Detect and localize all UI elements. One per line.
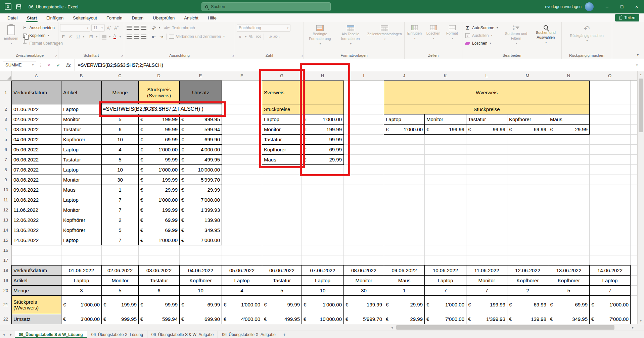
cell-M21[interactable]: €69.99 [507,295,548,314]
column-header-M[interactable]: M [507,71,548,81]
cell-D10[interactable]: €29.99 [138,185,180,195]
cell-J19[interactable]: Maus [384,275,425,286]
cell-E10[interactable]: €29.99 [179,185,222,195]
cell-B9[interactable]: Monitor [61,175,102,185]
cell-A4[interactable]: 03.06.2022 [11,124,61,135]
ribbon-tab-daten[interactable]: Daten [127,13,148,22]
cell-C6[interactable]: 4 [101,144,139,155]
row-header-21[interactable]: 21 [0,295,12,314]
increase-decimal-button[interactable]: ←.0 [266,33,272,40]
save-icon[interactable] [16,4,21,9]
minimize-button[interactable]: – [600,0,614,13]
dialog-launcher-font[interactable]: ◿ [121,54,123,57]
sheet-tab-1[interactable]: 06_Übungstabelle S & W_Lösung [15,331,87,338]
cell-I18[interactable]: 08.06.2022 [343,265,384,276]
cell-B8[interactable]: Laptop [61,164,102,175]
cell-B7[interactable]: Tastatur [61,154,102,165]
cell-A10[interactable]: 09.06.2022 [11,185,61,195]
font-size-select[interactable]: 11▾ [91,24,105,32]
cell-B14[interactable]: Kopfhörer [61,225,102,235]
number-format-select[interactable]: Buchhaltung▾ [237,24,290,32]
cell-A11[interactable]: 10.06.2022 [11,195,61,205]
column-header-J[interactable]: J [384,71,425,81]
row-header-6[interactable]: 6 [0,144,12,155]
percent-format-button[interactable]: % [247,33,254,40]
cancel-entry-button[interactable]: × [45,62,52,68]
accounting-format-button[interactable]: ¤ [237,33,243,40]
cell-H6[interactable]: €69.99 [302,144,344,155]
row-header-17[interactable]: 17 [0,255,12,265]
cell-G22[interactable]: €499.95 [262,314,302,324]
cell-D12[interactable]: €199.99 [138,205,180,215]
cell-N20[interactable]: 5 [548,285,590,296]
cell-H2[interactable] [302,104,344,114]
grow-font-button[interactable]: Aˆ [106,25,112,31]
cell-I19[interactable]: Monitor [343,275,384,286]
decrease-indent-button[interactable]: ⇤ [151,33,157,40]
cell-C8[interactable]: 10 [101,164,139,175]
align-top-button[interactable] [126,25,132,31]
ribbon-tab-datei[interactable]: Datei [3,13,22,22]
cell-B2[interactable]: Laptop [61,104,102,114]
cell-C20[interactable]: 5 [101,285,139,296]
cell-C9[interactable]: 30 [101,175,139,185]
cell-G18[interactable]: 06.06.2022 [262,265,302,276]
cell-B1[interactable]: Artikel [61,81,102,104]
cell-B12[interactable]: Monitor [61,205,102,215]
orientation-button[interactable]: ab [151,25,157,31]
shrink-font-button[interactable]: Aˇ [113,25,120,31]
cell-G3[interactable]: Laptop [262,114,302,125]
delete-cells-button[interactable]: Löschen▾ [425,24,442,41]
cell-styles-button[interactable]: Zellenformatvorlagen▾ [367,24,403,42]
cell-E12[interactable]: €1'399.93 [179,205,222,215]
next-sheet-icon[interactable]: ▸ [7,331,15,338]
insert-function-button[interactable]: fx [64,62,72,68]
cell-B3[interactable]: Monitor [61,114,102,125]
vertical-scrollbar-thumb[interactable] [639,79,643,132]
ribbon-tab-überprüfen[interactable]: Überprüfen [148,13,179,22]
align-right-button[interactable] [141,33,147,40]
cell-D18[interactable]: 03.06.2022 [138,265,180,276]
cell-E7[interactable]: €499.95 [179,154,222,165]
cell-N4[interactable]: €29.99 [548,124,590,135]
dialog-launcher-alignment[interactable]: ◿ [232,54,234,57]
sort-filter-button[interactable]: AZ Sortieren und Filtern▾ [503,24,529,46]
cell-J4[interactable]: €1'000.00 [384,124,425,135]
cell-D6[interactable]: €1'000.00 [138,144,180,155]
cell-E4[interactable]: €599.94 [179,124,222,135]
cell-D8[interactable]: €1'000.00 [138,164,180,175]
cell-D5[interactable]: €69.99 [138,134,180,145]
cell-C11[interactable]: 7 [101,195,139,205]
cell-A5[interactable]: 04.06.2022 [11,134,61,145]
row-header-8[interactable]: 8 [0,164,12,175]
cell-K4[interactable]: €199.99 [424,124,466,135]
row-header-16[interactable]: 16 [0,245,12,255]
font-color-button[interactable]: A [111,33,118,40]
select-all-corner[interactable] [0,71,12,81]
cell-E8[interactable]: €10'000.00 [179,164,222,175]
cell-K22[interactable]: €7'000.00 [424,314,466,324]
cell-C14[interactable]: 5 [101,225,139,235]
cell-D22[interactable]: €599.94 [138,314,180,324]
share-button[interactable]: Teilen [615,14,639,21]
cell-H22[interactable]: €10'000.00 [302,314,344,324]
cell-D13[interactable]: €69.99 [138,215,180,225]
name-box[interactable]: SUMME ▾ [3,61,36,69]
clear-button[interactable]: Löschen▾ [464,40,500,47]
cell-M4[interactable]: €69.99 [507,124,548,135]
cell-J18[interactable]: 09.06.2022 [384,265,425,276]
cell-J21[interactable]: €29.99 [384,295,425,314]
dialog-launcher-number[interactable]: ◿ [301,54,303,57]
formula-input[interactable]: =SVERWEIS(B2;$G$3:$H$7;2;FALSCH) [74,59,630,71]
cell-H1[interactable] [302,81,344,104]
ribbon-tab-einfügen[interactable]: Einfügen [42,13,68,22]
align-center-button[interactable] [133,33,140,40]
cell-A2[interactable]: 01.06.2022 [11,104,61,114]
cell-A7[interactable]: 06.06.2022 [11,154,61,165]
cell-D20[interactable]: 6 [138,285,180,296]
column-header-I[interactable]: I [343,71,384,81]
cell-A13[interactable]: 12.06.2022 [11,215,61,225]
cell-D15[interactable]: €1'000.00 [138,235,180,245]
cell-B22[interactable]: €3'000.00 [61,314,102,324]
spreadsheet-grid[interactable]: ABCDEFGHIJKLMNO1234567891011121314151617… [0,71,637,324]
